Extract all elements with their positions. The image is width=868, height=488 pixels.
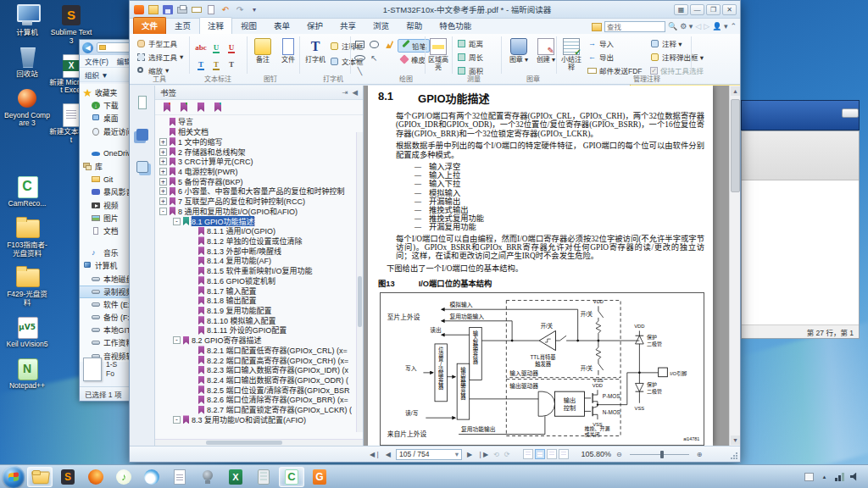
bookmarks-panel-icon[interactable] (136, 128, 149, 141)
desktop-icon[interactable]: F429-光盘资料 (3, 265, 51, 308)
gear-icon[interactable]: ⚙ ▾ (680, 21, 693, 32)
restore-button[interactable]: ❐ (706, 4, 721, 15)
bookmark-item[interactable]: 8.2.4 端口输出数据寄存器(GPIOx_ODR) ( (155, 375, 363, 385)
eraser-button[interactable]: 橡皮 (398, 53, 428, 65)
bookmarks-vertical-scrollbar[interactable] (356, 132, 363, 432)
zoom-slider[interactable] (630, 454, 689, 455)
bookmark-item[interactable]: + 2 存储器和总线构架 (155, 147, 363, 157)
volume-icon[interactable] (850, 473, 860, 481)
comments-panel-icon[interactable] (136, 160, 149, 174)
collapse-panel-icon[interactable]: ◀ (352, 88, 358, 97)
arrow-shape-icon[interactable] (368, 53, 381, 64)
find-previous-icon[interactable]: ◁ (695, 21, 701, 32)
locate-bookmark-icon[interactable] (214, 103, 221, 112)
taskbar-button[interactable] (251, 467, 276, 487)
bookmark-item[interactable]: 8.1.4 复用功能(AF) (155, 256, 363, 266)
document-vertical-scrollbar[interactable]: ▲ ▼ (729, 86, 740, 446)
edit-icon[interactable] (205, 4, 217, 15)
scrollbar-thumb[interactable] (206, 441, 282, 445)
taskbar-button[interactable] (111, 467, 136, 487)
file-attachment-button[interactable]: 文件 (275, 38, 301, 64)
zoom-level[interactable]: 105.80% (581, 450, 611, 458)
ribbon-tab[interactable]: 视图 (232, 17, 265, 34)
bookmark-options-icon[interactable] (198, 103, 204, 112)
scrollbar-thumb[interactable] (731, 99, 740, 192)
bookmark-item[interactable]: 8.1.11 外设的GPIO配置 (155, 325, 363, 336)
comments-menu-button[interactable]: 注释 ▾ (650, 38, 682, 48)
insert-text-icon[interactable]: T (225, 58, 238, 70)
bookmark-item[interactable]: 8.1.1 通用I/O(GPIO) (155, 226, 363, 236)
single-page-icon[interactable] (523, 449, 533, 459)
desktop-icon[interactable]: CamReco... (3, 175, 51, 208)
next-view-icon[interactable]: ⟳ (504, 451, 510, 458)
bookmark-item[interactable]: 8.1.8 输出配置 (155, 296, 363, 306)
undo-icon[interactable] (220, 4, 231, 15)
create-stamp-button[interactable]: 创建 ▾ (533, 38, 559, 64)
taskbar-button[interactable] (167, 467, 192, 487)
bookmark-item[interactable]: + 1 文中的缩写 (155, 136, 363, 147)
hand-tool-button[interactable]: 手型工具 (136, 38, 177, 48)
minimize-button[interactable]: — (690, 4, 704, 15)
distance-button[interactable]: 距离 (457, 38, 483, 48)
rectangle-shape-icon[interactable] (353, 39, 366, 50)
back-icon[interactable]: ◀ (82, 42, 93, 53)
page-number-input[interactable]: 105 / 754▾ (396, 449, 462, 460)
taskbar-button[interactable] (223, 467, 248, 487)
export-comments-button[interactable]: 导出 (587, 52, 614, 62)
perimeter-button[interactable]: 周长 (457, 52, 483, 62)
zoom-slider-thumb[interactable] (660, 451, 664, 458)
desktop-icon[interactable]: Notepad++ (3, 357, 51, 391)
desktop-icon[interactable]: Beyond Compare 3 (3, 86, 51, 129)
expander-icon[interactable]: + (159, 168, 167, 175)
last-page-icon[interactable]: ❘▶ (477, 451, 488, 458)
zoom-in-icon[interactable]: ⊕ (697, 451, 703, 458)
typewriter-button[interactable]: 打字机 (303, 38, 328, 64)
input-method-icon[interactable] (804, 473, 814, 481)
email-icon[interactable] (191, 4, 203, 15)
desktop-icon[interactable]: Keil uVision5 (3, 315, 51, 349)
line-shape-icon[interactable] (353, 66, 366, 77)
desktop-icon[interactable]: F103指南者-光盘资料 (3, 216, 51, 258)
cloud-shape-icon[interactable] (368, 39, 381, 50)
bookmark-item[interactable]: 8.2.6 端口位清除寄存器(GPIOx_BRR) (x= (155, 395, 363, 405)
save-icon[interactable] (162, 4, 174, 15)
summarize-comments-button[interactable]: 小结注释 (559, 38, 584, 72)
replace-text-icon[interactable]: T (209, 58, 223, 70)
bookmark-item[interactable]: + 4 电源控制(PWR) (155, 167, 363, 177)
ribbon-tab[interactable]: 文件 (133, 17, 166, 34)
expander-icon[interactable]: - (159, 208, 167, 215)
stamp-button[interactable]: 图章 ▾ (506, 38, 531, 64)
find-next-icon[interactable]: ▷ (704, 21, 709, 32)
note-button[interactable]: 备注 (250, 38, 275, 64)
bookmark-item[interactable]: - 8.1 GPIO功能描述 (155, 216, 363, 226)
quick-access-menu-icon[interactable] (248, 4, 260, 15)
open-icon[interactable] (147, 4, 159, 15)
bookmark-item[interactable]: 8.2.7 端口配置锁定寄存器(GPIOx_LCKR) ( (155, 405, 363, 415)
scrollbar-thumb[interactable] (358, 276, 362, 327)
comment-popup-button[interactable]: 注释弹出框 ▾ (650, 52, 704, 62)
bookmark-item[interactable]: + 7 互联型产品的复位和时钟控制(RCC) (155, 197, 363, 207)
foxit-logo-icon[interactable] (133, 4, 145, 15)
expander-icon[interactable]: + (159, 148, 167, 156)
pdf-page[interactable]: 8.1 GPIO功能描述 每个GPI/O端口有两个32位配置寄存器(GPIOx_… (368, 86, 713, 446)
expander-icon[interactable]: + (159, 197, 167, 205)
expander-icon[interactable]: - (173, 416, 181, 424)
expander-icon[interactable]: - (173, 218, 181, 225)
desktop-icon[interactable]: 回收站 (3, 45, 51, 79)
bookmark-item[interactable]: + 3 CRC计算单元(CRC) (155, 157, 363, 167)
ribbon-tab[interactable]: 主页 (166, 17, 199, 34)
scroll-up-icon[interactable]: ▲ (731, 86, 740, 96)
zoom-out-icon[interactable]: ⊖ (616, 451, 622, 458)
bookmark-item[interactable]: + 6 小容量、中容量和大容量产品的复位和时钟控制 (155, 186, 363, 197)
first-page-icon[interactable]: ◀❘ (370, 451, 381, 458)
resize-grip[interactable] (730, 452, 738, 460)
bookmark-item[interactable]: - 8 通用和复用功能I/O(GPIO和AFIO) (155, 206, 363, 216)
taskbar-button[interactable] (27, 467, 53, 487)
bookmark-item[interactable]: 8.2.2 端口配置高寄存器(GPIOx_CRH) (x= (155, 355, 363, 365)
ribbon-tab[interactable]: 表单 (265, 17, 298, 34)
scroll-down-icon[interactable]: ▼ (731, 435, 740, 445)
area-highlight-button[interactable]: 区域高亮 (426, 38, 450, 72)
squiggly-underline-icon[interactable]: U (225, 41, 238, 53)
continuous-page-icon[interactable] (535, 449, 545, 459)
ribbon-tab[interactable]: 注释 (199, 17, 232, 34)
